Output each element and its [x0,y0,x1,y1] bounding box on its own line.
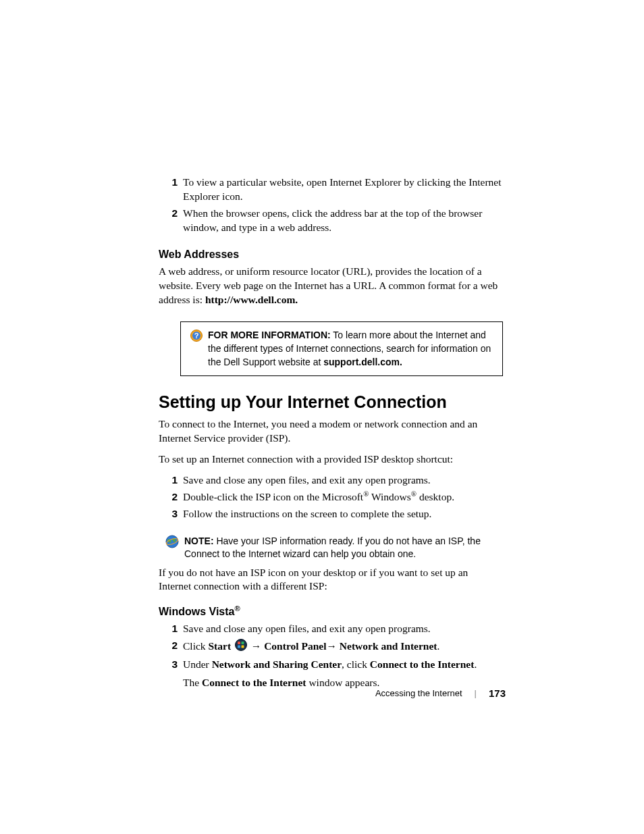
step-text: Click Start → Control Panel→ Network and… [183,639,503,655]
vista-heading: Windows Vista® [159,606,503,618]
list-item: 1 To view a particular website, open Int… [159,176,503,204]
text-fragment: window appears. [306,677,380,688]
connect-internet-label: Connect to the Internet [370,658,475,670]
step-text: Follow the instructions on the screen to… [183,507,503,521]
text-fragment: desktop. [417,491,454,502]
nsc-label: Network and Sharing Center [212,658,342,670]
step-number: 1 [159,622,183,636]
text-fragment: Windows Vista [159,606,234,617]
svg-rect-8 [238,646,240,648]
list-item: 2 Double-click the ISP icon on the Micro… [159,490,503,504]
step-number: 1 [159,176,183,204]
step-number: 1 [159,473,183,488]
control-panel-label: Control Panel [264,640,326,652]
step-number: 2 [159,490,183,504]
info-box: ? FOR MORE INFORMATION: To learn more ab… [180,321,503,376]
step-number: 2 [159,639,183,655]
start-label: Start [208,640,231,652]
footer-divider: | [475,688,477,698]
list-item: 1 Save and close any open files, and exi… [159,622,503,636]
main-heading: Setting up Your Internet Connection [159,392,503,412]
setup-steps-list: 1 Save and close any open files, and exi… [159,473,503,521]
note-row: NOTE: Have your ISP information ready. I… [165,535,503,561]
text-fragment: The [183,677,202,688]
arrow: → [248,640,264,652]
list-item: 2 Click Start → Control Panel→ Network a… [159,639,503,655]
text-fragment: Windows [369,491,410,502]
step-number: 3 [159,507,183,521]
start-orb-icon [235,639,247,655]
globe-icon [165,535,179,552]
note-label: NOTE: [184,536,214,546]
step-text: Double-click the ISP icon on the Microso… [183,490,503,504]
text-fragment: Double-click the ISP icon on the Microso… [183,491,363,502]
text-fragment: , click [342,658,370,670]
svg-text:?: ? [194,332,199,340]
web-addresses-heading: Web Addresses [159,249,503,261]
text-fragment: Under [183,658,212,670]
step-text: Save and close any open files, and exit … [183,622,503,636]
registered-mark: ® [234,604,240,613]
connect-window-label: Connect to the Internet [202,677,306,688]
url-bold: http://www.dell.com. [205,294,298,305]
text-fragment: Click [183,640,208,652]
step-number: 2 [159,207,183,235]
registered-mark: ® [411,490,417,498]
info-box-label: FOR MORE INFORMATION: [208,330,331,340]
list-item: 2 When the browser opens, click the addr… [159,207,503,235]
page-number: 173 [489,687,506,699]
info-box-link: support.dell.com. [323,357,402,367]
step-text: Save and close any open files, and exit … [183,473,503,488]
list-item: 3 Under Network and Sharing Center, clic… [159,658,503,690]
svg-rect-9 [241,646,244,648]
page-footer: Accessing the Internet | 173 [375,687,506,699]
arrow: → [326,640,339,652]
network-internet-label: Network and Internet [340,640,437,652]
vista-steps-list: 1 Save and close any open files, and exi… [159,622,503,690]
info-box-text: FOR MORE INFORMATION: To learn more abou… [208,329,493,369]
step-text: When the browser opens, click the addres… [183,207,503,235]
svg-point-5 [235,640,246,651]
chapter-title: Accessing the Internet [375,688,462,698]
svg-rect-7 [241,642,244,644]
para-after-note: If you do not have an ISP icon on your d… [159,566,503,594]
intro-steps-list: 1 To view a particular website, open Int… [159,176,503,235]
note-text: NOTE: Have your ISP information ready. I… [184,535,503,561]
web-addresses-para: A web address, or uniform resource locat… [159,265,503,307]
intro-para-1: To connect to the Internet, you need a m… [159,417,503,446]
step-text: Under Network and Sharing Center, click … [183,658,503,690]
step-text: To view a particular website, open Inter… [183,176,503,204]
list-item: 1 Save and close any open files, and exi… [159,473,503,488]
svg-rect-6 [238,642,240,644]
info-icon: ? [190,330,203,346]
step-number: 3 [159,658,183,690]
intro-para-2: To set up an Internet connection with a … [159,452,503,467]
list-item: 3 Follow the instructions on the screen … [159,507,503,521]
text-fragment: Have your ISP information ready. If you … [184,536,481,559]
page-content: 1 To view a particular website, open Int… [159,176,503,704]
